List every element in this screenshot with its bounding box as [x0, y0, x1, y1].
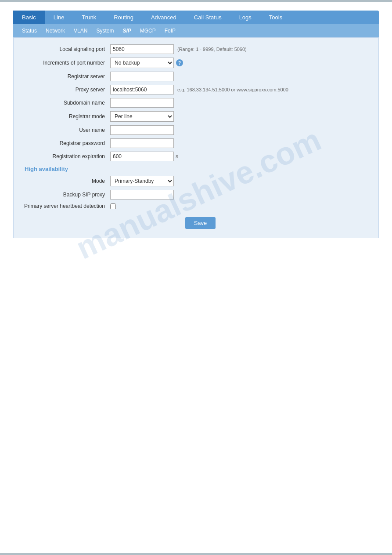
nav-item-logs[interactable]: Logs	[230, 11, 260, 24]
help-icon-increments[interactable]: ?	[176, 59, 183, 66]
nav-item-routing[interactable]: Routing	[105, 11, 142, 24]
input-local-signaling-port[interactable]	[110, 44, 174, 54]
row-user-name: User name	[22, 125, 370, 135]
label-registration-expiration: Registration expiration	[22, 153, 110, 160]
bottom-border	[0, 553, 392, 555]
row-backup-sip-proxy: Backup SIP proxy	[22, 190, 370, 200]
row-registration-expiration: Registration expiration s	[22, 152, 370, 161]
label-backup-sip-proxy: Backup SIP proxy	[22, 192, 110, 198]
select-registrar-mode[interactable]: Per line Per device	[110, 111, 174, 122]
input-user-name[interactable]	[110, 125, 174, 135]
label-proxy-server: Proxy server	[22, 87, 110, 93]
main-nav: Basic Line Trunk Routing Advanced Call S…	[13, 11, 379, 24]
row-heartbeat: Primary server heartbeat detection	[22, 203, 370, 209]
sub-nav-vlan[interactable]: VLAN	[69, 26, 92, 36]
section-title-high-availability: High availability	[22, 166, 370, 172]
label-registrar-password: Registrar password	[22, 140, 110, 146]
nav-item-line[interactable]: Line	[45, 11, 73, 24]
row-subdomain-name: Subdomain name	[22, 98, 370, 108]
input-backup-sip-proxy[interactable]	[110, 190, 174, 200]
input-subdomain-name[interactable]	[110, 98, 174, 108]
select-mode[interactable]: Primary-Standby Load Balance None	[110, 176, 174, 186]
input-registrar-password[interactable]	[110, 138, 174, 148]
row-local-signaling-port: Local signaling port (Range: 1 - 9999, D…	[22, 44, 370, 54]
select-increments-port[interactable]: No backup Backup 1 Backup 2	[110, 58, 174, 68]
sub-nav-system[interactable]: System	[92, 26, 118, 36]
input-registrar-server[interactable]	[110, 72, 174, 81]
row-proxy-server: Proxy server e.g. 168.33.134.51:5000 or …	[22, 85, 370, 94]
label-local-signaling-port: Local signaling port	[22, 46, 110, 52]
checkbox-heartbeat[interactable]	[110, 203, 116, 209]
nav-item-trunk[interactable]: Trunk	[73, 11, 105, 24]
row-increments-port: Increments of port number No backup Back…	[22, 58, 370, 68]
form-panel: Local signaling port (Range: 1 - 9999, D…	[13, 37, 379, 238]
label-subdomain-name: Subdomain name	[22, 100, 110, 106]
sub-nav: Status Network VLAN System SIP MGCP FoIP	[13, 24, 379, 37]
row-registrar-server: Registrar server	[22, 72, 370, 81]
sub-nav-foip[interactable]: FoIP	[160, 26, 180, 36]
nav-item-callstatus[interactable]: Call Status	[185, 11, 230, 24]
hint-local-signaling-port: (Range: 1 - 9999, Default: 5060)	[177, 47, 247, 52]
page-wrapper: Basic Line Trunk Routing Advanced Call S…	[0, 0, 392, 555]
nav-item-advanced[interactable]: Advanced	[142, 11, 185, 24]
sub-nav-sip[interactable]: SIP	[118, 26, 135, 36]
input-proxy-server[interactable]	[110, 85, 174, 94]
label-registrar-server: Registrar server	[22, 73, 110, 80]
save-row: Save	[22, 213, 370, 231]
save-button[interactable]: Save	[185, 217, 216, 229]
label-user-name: User name	[22, 127, 110, 133]
label-registrar-mode: Registrar mode	[22, 113, 110, 120]
sub-nav-mgcp[interactable]: MGCP	[136, 26, 160, 36]
label-heartbeat: Primary server heartbeat detection	[22, 203, 110, 209]
label-increments-port: Increments of port number	[22, 60, 110, 66]
nav-item-basic[interactable]: Basic	[13, 11, 45, 24]
input-registration-expiration[interactable]	[110, 152, 174, 161]
sub-nav-network[interactable]: Network	[41, 26, 69, 36]
row-registrar-password: Registrar password	[22, 138, 370, 148]
unit-expiration: s	[176, 153, 178, 160]
nav-item-tools[interactable]: Tools	[260, 11, 291, 24]
label-mode: Mode	[22, 178, 110, 184]
row-mode: Mode Primary-Standby Load Balance None	[22, 176, 370, 186]
hint-proxy-server: e.g. 168.33.134.51:5000 or www.sipproxy.…	[177, 87, 288, 92]
sub-nav-status[interactable]: Status	[18, 26, 41, 36]
row-registrar-mode: Registrar mode Per line Per device	[22, 111, 370, 122]
content-area: Basic Line Trunk Routing Advanced Call S…	[0, 2, 392, 247]
